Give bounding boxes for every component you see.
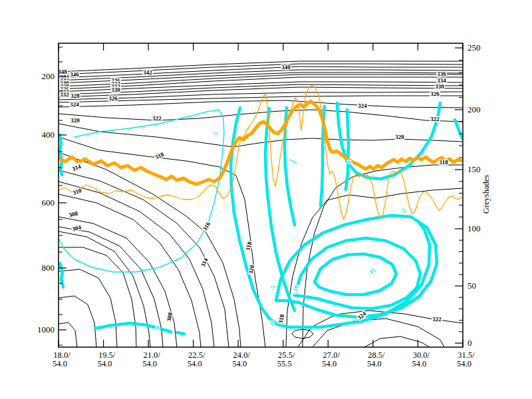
ascent-contour-thick — [295, 238, 420, 309]
x-axis-label-lat: 54.0 — [457, 359, 471, 368]
x-axis-label-lonlat: 31.5/ — [458, 350, 475, 360]
right-axis-label: 150 — [467, 164, 481, 174]
x-axis-label-lat: 54.0 — [322, 359, 336, 368]
axes-layer: 18.0/54.019.5/54.021.0/54.022.5/54.024.0… — [37, 43, 481, 368]
ascent-contour-thick — [95, 323, 171, 332]
theta-contour-label: 332 — [60, 91, 69, 98]
theta-contour-label: 308 — [68, 209, 78, 218]
ascent-contour-thin — [290, 160, 297, 164]
theta-contour — [59, 296, 96, 347]
ascent-contour-thick — [315, 254, 396, 295]
left-axis-label: 200 — [42, 71, 55, 81]
theta-contour-label: 316 — [201, 221, 212, 232]
ascent-contour-thick — [455, 120, 462, 138]
cross-section-plot: 3483463443423403383363343323283263243203… — [0, 0, 532, 399]
theta-contour-label: 330 — [111, 86, 120, 93]
x-axis-label-lonlat: 18.0/ — [53, 350, 70, 360]
theta-contour-label: 304 — [71, 223, 82, 232]
ascent-contour-thick — [177, 332, 184, 334]
theta-contour-label: 320 — [395, 134, 404, 140]
ascent-contour-thick — [60, 263, 63, 287]
theta-contour — [59, 137, 265, 347]
x-axis-label-lat: 54.0 — [53, 359, 67, 368]
ascent-contour-label: 5 — [212, 131, 219, 136]
right-axis-label: 50 — [467, 281, 476, 291]
theta-contour-label: 320 — [70, 117, 80, 124]
contour-lines-layer — [59, 61, 463, 347]
x-axis-label-lat: 54.0 — [232, 359, 247, 368]
right-axis-label: 0 — [467, 338, 472, 348]
left-axis-label: 1000 — [37, 325, 55, 334]
contour-chart-canvas: 3483463443423403383363343323283263243203… — [0, 0, 532, 399]
ascent-contour-label: -5 — [400, 207, 407, 215]
theta-contour-label: 342 — [143, 69, 152, 76]
x-axis-label-lonlat: 24.0/ — [233, 350, 251, 360]
theta-contour — [59, 323, 77, 347]
right-axis-label: 250 — [467, 43, 481, 53]
theta-contour-label: 314 — [200, 257, 209, 268]
right-axis-label: 200 — [467, 104, 481, 114]
x-axis-label-lat: 54.0 — [412, 359, 426, 368]
x-axis-label-lonlat: 27.0/ — [323, 350, 340, 360]
theta-contour-label: 346 — [70, 71, 79, 78]
x-axis-label-lat: 54.0 — [142, 359, 157, 368]
right-axis-title: Greyshades — [481, 175, 491, 213]
theta-contour — [59, 269, 117, 347]
theta-contour-label: 318 — [277, 313, 285, 324]
ascent-contour-label: -15 — [366, 267, 377, 277]
theta-contour-label: 326 — [430, 90, 440, 97]
theta-contour-label: 308 — [166, 311, 174, 322]
theta-contour-label: 314 — [71, 163, 82, 172]
x-axis-label-lat: 54.0 — [98, 359, 112, 368]
ascent-contour-label: 0 — [156, 325, 160, 331]
x-axis-label-lonlat: 25.5/ — [278, 350, 295, 360]
theta-contour-label: 322 — [430, 116, 440, 122]
theta-contour-label: 324 — [70, 101, 79, 108]
x-axis-label-lonlat: 30.0/ — [413, 350, 430, 360]
right-axis-label: 100 — [467, 223, 481, 233]
theta-contour — [59, 110, 463, 122]
x-axis-label-lat: 54.0 — [367, 359, 382, 368]
theta-contour — [59, 96, 463, 102]
x-axis-label-lonlat: 28.5/ — [368, 350, 385, 360]
x-axis-label-lat: 55.5 — [277, 359, 292, 368]
theta-contour-label: 328 — [70, 92, 80, 99]
theta-contour-label: 330 — [435, 83, 444, 90]
theta-contour-label: 324 — [358, 102, 367, 109]
left-axis-label: 400 — [42, 130, 55, 140]
theta-contour — [59, 247, 136, 347]
x-axis-label-lat: 54.0 — [188, 359, 202, 368]
theta-contour-label: 326 — [108, 95, 118, 102]
theta-contour-label: 318 — [439, 159, 448, 166]
ascent-contour-thick — [60, 135, 62, 175]
theta-contour-label: 322 — [432, 316, 442, 323]
theta-contour-label: 322 — [152, 115, 162, 122]
theta-contour-label: 340 — [281, 64, 291, 70]
x-axis-label-lonlat: 21.0/ — [143, 350, 160, 360]
theta-contour-label: 318 — [154, 151, 166, 161]
x-axis-label-lonlat: 22.5/ — [188, 350, 205, 360]
ascent-contour-thick — [337, 103, 440, 179]
theta-contour-label: 310 — [72, 187, 83, 196]
ascent-contour-thick — [346, 110, 348, 190]
ascent-contour-label: -5 — [269, 284, 277, 291]
theta-contour-label: 336 — [437, 70, 446, 77]
ascent-contour-thick — [276, 215, 437, 317]
left-axis-label: 600 — [42, 198, 55, 207]
left-axis-label: 800 — [42, 263, 55, 273]
x-axis-label-lonlat: 19.5/ — [98, 350, 116, 360]
theta-contour — [364, 336, 430, 347]
theta-contour — [313, 319, 444, 347]
